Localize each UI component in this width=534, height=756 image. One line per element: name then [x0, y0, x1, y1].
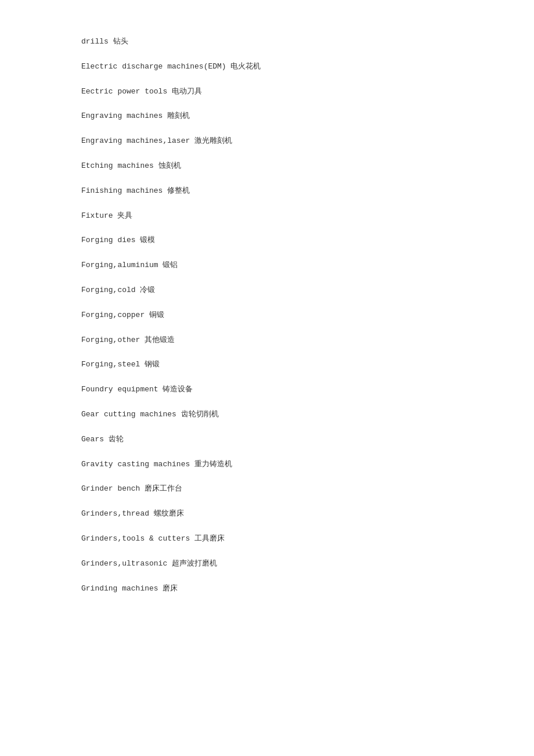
item-chinese: 锻铝: [163, 261, 178, 269]
list-item: Grinding machines 磨床: [81, 582, 453, 596]
item-english: Forging,aluminium: [81, 261, 158, 269]
item-english: Grinders,tools & cutters: [81, 534, 190, 543]
list-item: Grinder bench 磨床工作台: [81, 482, 453, 496]
item-chinese: 其他锻造: [145, 336, 175, 344]
item-chinese: 螺纹磨床: [154, 509, 184, 518]
list-item: Grinders,ultrasonic 超声波打磨机: [81, 557, 453, 571]
item-chinese: 超声波打磨机: [172, 559, 217, 568]
item-chinese: 磨床工作台: [145, 484, 182, 493]
list-item: Finishing machines 修整机: [81, 184, 453, 199]
item-english: Grinding machines: [81, 584, 158, 593]
list-item: Forging dies 锻模: [81, 233, 453, 248]
item-chinese: 齿轮: [109, 435, 124, 444]
item-chinese: 蚀刻机: [158, 161, 181, 170]
list-item: Eectric power tools 电动刀具: [81, 85, 453, 99]
list-item: Foundry equipment 铸造设备: [81, 383, 453, 397]
list-item: Forging,cold 冷锻: [81, 283, 453, 298]
list-item: Etching machines 蚀刻机: [81, 159, 453, 174]
item-english: Grinders,thread: [81, 509, 149, 518]
item-chinese: 电火花机: [230, 62, 261, 71]
item-english: Engraving machines,laser: [81, 136, 190, 145]
item-chinese: 激光雕刻机: [194, 136, 232, 145]
item-english: Gravity casting machines: [81, 460, 190, 469]
item-english: Electric discharge machines(EDM): [81, 62, 226, 71]
item-chinese: 夹具: [117, 211, 132, 220]
item-english: Gear cutting machines: [81, 410, 176, 419]
list-item: Gear cutting machines 齿轮切削机: [81, 408, 453, 422]
item-english: Gears: [81, 435, 104, 444]
list-item: Forging,steel 钢锻: [81, 358, 453, 372]
item-chinese: 冷锻: [140, 286, 155, 294]
item-english: Forging,steel: [81, 360, 140, 369]
list-item: Grinders,thread 螺纹磨床: [81, 507, 453, 521]
item-chinese: 铜锻: [149, 311, 164, 319]
list-item: Gears 齿轮: [81, 433, 453, 447]
item-english: Grinders,ultrasonic: [81, 559, 167, 568]
list-item: Gravity casting machines 重力铸造机: [81, 458, 453, 472]
item-english: Foundry equipment: [81, 385, 158, 394]
item-english: Fixture: [81, 211, 113, 220]
item-english: Forging,other: [81, 336, 140, 344]
list-item: Engraving machines,laser 激光雕刻机: [81, 134, 453, 149]
list-item: Forging,aluminium 锻铝: [81, 258, 453, 273]
list-item: Forging,copper 铜锻: [81, 308, 453, 323]
item-english: Forging,copper: [81, 311, 145, 319]
item-english: Forging,cold: [81, 286, 136, 294]
item-chinese: 钻头: [113, 37, 128, 46]
item-english: Etching machines: [81, 161, 154, 170]
list-item: Fixture 夹具: [81, 209, 453, 224]
item-chinese: 齿轮切削机: [181, 410, 219, 419]
list-item: Engraving machines 雕刻机: [81, 109, 453, 124]
item-chinese: 钢锻: [145, 360, 160, 369]
list-item: Electric discharge machines(EDM) 电火花机: [81, 60, 453, 74]
list-item: Grinders,tools & cutters 工具磨床: [81, 532, 453, 546]
item-chinese: 工具磨床: [194, 534, 225, 543]
item-chinese: 磨床: [163, 584, 178, 593]
item-english: Grinder bench: [81, 484, 140, 493]
item-english: Eectric power tools: [81, 87, 167, 96]
list-item: Forging,other 其他锻造: [81, 333, 453, 348]
item-chinese: 雕刻机: [167, 111, 190, 120]
item-english: Engraving machines: [81, 111, 163, 120]
item-english: Forging dies: [81, 236, 136, 244]
item-english: Finishing machines: [81, 186, 163, 195]
list-item: drills 钻头: [81, 35, 453, 49]
item-chinese: 电动刀具: [172, 87, 202, 96]
item-chinese: 修整机: [167, 186, 190, 195]
item-chinese: 锻模: [140, 236, 155, 244]
item-english: drills: [81, 37, 109, 46]
item-chinese: 重力铸造机: [194, 460, 232, 469]
item-chinese: 铸造设备: [163, 385, 193, 394]
